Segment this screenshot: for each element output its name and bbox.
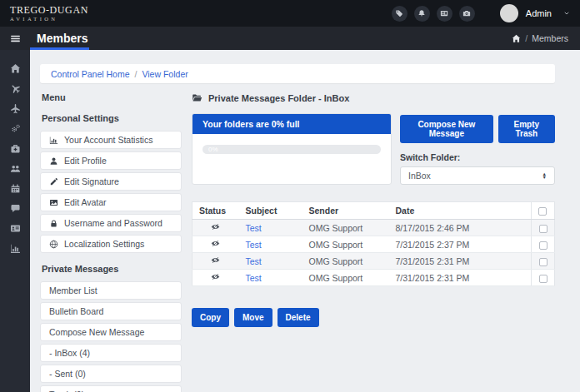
switch-folder-select[interactable]: InBox ▲▼ <box>400 166 555 185</box>
breadcrumb-link-view-folder[interactable]: View Folder <box>142 69 188 79</box>
menu-item-label: Member List <box>49 285 98 295</box>
content-breadcrumb-bar: Control Panel Home / View Folder <box>40 64 555 83</box>
row-checkbox[interactable] <box>539 225 548 233</box>
topbar-icon-buttons <box>392 6 475 22</box>
sidebar-item-plane[interactable] <box>0 98 30 118</box>
message-subject-link[interactable]: Test <box>246 223 262 233</box>
bulk-actions: CopyMoveDelete <box>192 308 555 327</box>
avatar[interactable] <box>500 4 518 22</box>
row-checkbox[interactable] <box>539 258 548 266</box>
menu-item-bulletin-board[interactable]: Bulletin Board <box>40 302 182 320</box>
sidebar-item-plane-tilt[interactable] <box>0 78 30 98</box>
tags-button[interactable] <box>392 6 408 22</box>
sidebar-item-briefcase[interactable] <box>0 138 30 158</box>
breadcrumb-link-control-panel-home[interactable]: Control Panel Home <box>51 69 130 79</box>
icon-sidebar <box>0 50 30 392</box>
eye-slash-icon <box>211 272 220 281</box>
menu-item-label: Edit Profile <box>64 156 107 166</box>
checkbox-cell <box>532 270 555 286</box>
date-cell: 8/17/2015 2:46 PM <box>389 220 532 236</box>
plane-icon <box>10 103 21 114</box>
eye-slash-icon <box>211 239 220 248</box>
sidebar-item-calendar[interactable] <box>0 178 30 198</box>
status-cell <box>192 253 239 270</box>
home-icon[interactable] <box>512 34 521 43</box>
eye-slash-icon <box>211 256 220 265</box>
table-row: TestOMG Support7/31/2015 2:31 PM <box>192 270 555 286</box>
tags-icon <box>395 9 403 17</box>
sidebar-item-comment[interactable] <box>0 198 30 218</box>
menu-title: Menu <box>42 92 182 102</box>
sidebar-item-users[interactable] <box>0 158 30 178</box>
menu-item-label: Compose New Message <box>49 327 144 337</box>
select-all-checkbox[interactable] <box>538 207 547 216</box>
list-button[interactable] <box>437 6 452 22</box>
subject-cell: Test <box>239 236 302 253</box>
delete-button[interactable]: Delete <box>278 308 319 327</box>
status-cell <box>192 220 239 236</box>
column-header-status: Status <box>192 202 239 220</box>
bell-icon <box>418 9 426 17</box>
menu-item-sent-0[interactable]: - Sent (0) <box>40 365 182 383</box>
sidebar-item-id-card[interactable] <box>0 218 30 238</box>
menu-item-edit-avatar[interactable]: Edit Avatar <box>40 193 182 211</box>
compose-new-message-button[interactable]: Compose New Message <box>400 115 493 143</box>
message-subject-link[interactable]: Test <box>246 256 262 266</box>
message-subject-link[interactable]: Test <box>246 240 262 250</box>
copy-button[interactable]: Copy <box>192 308 229 327</box>
menu-item-inbox-4[interactable]: - InBox (4) <box>40 344 182 362</box>
select-all-cell <box>532 202 555 220</box>
folder-open-icon <box>192 92 202 103</box>
sidebar-item-home[interactable] <box>0 58 30 78</box>
top-navbar: TREGO-DUGAN AVIATION Admin <box>0 0 580 27</box>
menu-item-edit-profile[interactable]: Edit Profile <box>40 151 182 170</box>
menu-item-trash-0[interactable]: Trash (0) <box>40 385 182 392</box>
menu-item-your-account-statistics[interactable]: Your Account Statistics <box>40 131 182 149</box>
subject-cell: Test <box>239 253 302 270</box>
menu-item-label: - InBox (4) <box>49 348 90 358</box>
brand-line1: TREGO-DUGAN <box>10 5 88 15</box>
checkbox-cell <box>532 220 555 236</box>
pencil-icon <box>49 177 58 186</box>
menu-item-member-list[interactable]: Member List <box>40 281 182 300</box>
menu-section-heading-personal-settings: Personal Settings <box>42 113 182 123</box>
menu-item-label: - Sent (0) <box>49 369 86 379</box>
camera-button[interactable] <box>459 6 475 22</box>
menu-item-label: Your Account Statistics <box>64 135 152 145</box>
brand-logo[interactable]: TREGO-DUGAN AVIATION <box>10 5 88 22</box>
main-content: Control Panel Home / View Folder Menu Pe… <box>30 50 580 392</box>
date-cell: 7/31/2015 2:31 PM <box>389 253 532 270</box>
breadcrumb: / Members <box>512 33 580 43</box>
menu-section-heading-private-messages: Private Messages <box>42 264 182 274</box>
move-button[interactable]: Move <box>234 308 272 327</box>
user-menu-label[interactable]: Admin <box>526 8 552 18</box>
chevron-down-icon[interactable] <box>563 10 570 17</box>
page-title: Members <box>37 32 88 45</box>
stats-icon <box>49 136 58 145</box>
breadcrumb-separator: / <box>525 33 528 43</box>
sender-cell: OMG Support <box>302 220 389 236</box>
message-subject-link[interactable]: Test <box>246 273 262 283</box>
switch-folder-value: InBox <box>408 171 431 181</box>
bell-button[interactable] <box>414 6 430 22</box>
menu-item-compose-new-message[interactable]: Compose New Message <box>40 323 182 341</box>
menu-item-edit-signature[interactable]: Edit Signature <box>40 172 182 191</box>
chart-icon <box>10 243 21 254</box>
comment-icon <box>10 203 21 214</box>
image-icon <box>49 198 58 207</box>
menu-item-username-and-password[interactable]: Username and Password <box>40 214 182 232</box>
menu-item-localization-settings[interactable]: Localization Settings <box>40 235 182 253</box>
hamburger-menu-icon[interactable] <box>0 33 30 44</box>
row-checkbox[interactable] <box>539 275 548 283</box>
menu-item-label: Bulletin Board <box>49 306 103 316</box>
lock-icon <box>49 219 58 228</box>
menu-item-label: Edit Avatar <box>64 197 107 207</box>
breadcrumb-separator: / <box>135 69 138 79</box>
sidebar-item-chart[interactable] <box>0 238 30 258</box>
row-checkbox[interactable] <box>539 241 548 250</box>
menu-item-label: Username and Password <box>64 218 162 228</box>
breadcrumb-current: Members <box>532 33 568 43</box>
sidebar-item-gears[interactable] <box>0 118 30 138</box>
empty-trash-button[interactable]: Empty Trash <box>498 115 555 143</box>
calendar-icon <box>10 183 21 194</box>
